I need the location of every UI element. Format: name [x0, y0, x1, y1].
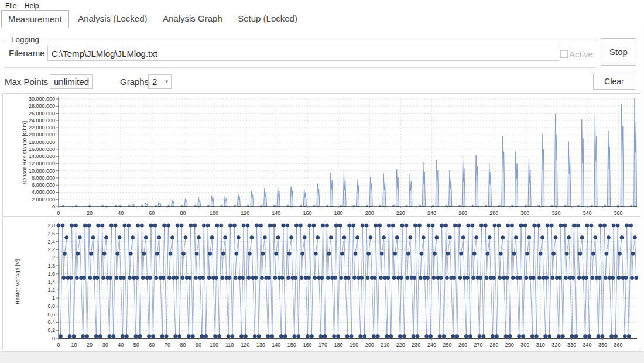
- svg-text:230: 230: [412, 342, 420, 348]
- svg-text:12.000.000: 12.000.000: [29, 160, 55, 166]
- checkbox-icon[interactable]: [560, 50, 568, 58]
- svg-text:160: 160: [303, 210, 311, 216]
- filename-input[interactable]: [47, 46, 559, 61]
- svg-text:24.000.000: 24.000.000: [29, 118, 55, 124]
- svg-text:200: 200: [365, 210, 374, 216]
- svg-text:2,4: 2,4: [47, 239, 55, 245]
- svg-text:30.000.000: 30.000.000: [29, 96, 55, 102]
- svg-text:310: 310: [536, 342, 545, 348]
- svg-text:0,4: 0,4: [47, 319, 55, 325]
- svg-text:320: 320: [551, 342, 560, 348]
- svg-text:140: 140: [272, 210, 280, 216]
- clear-button[interactable]: Clear: [593, 74, 635, 90]
- tab-analysis-graph[interactable]: Analysis Graph: [156, 10, 229, 28]
- svg-text:250: 250: [443, 342, 451, 348]
- svg-text:0: 0: [57, 342, 60, 348]
- graphs-value: 2: [152, 77, 157, 87]
- svg-text:210: 210: [381, 342, 389, 348]
- tab-bar: Measurement Analysis (Locked) Analysis G…: [1, 10, 304, 28]
- svg-text:1,2: 1,2: [47, 287, 55, 293]
- svg-text:70: 70: [165, 342, 170, 348]
- svg-text:8.000.000: 8.000.000: [32, 175, 55, 181]
- svg-text:0: 0: [52, 335, 55, 341]
- svg-text:300: 300: [520, 342, 529, 348]
- svg-text:2.000.000: 2.000.000: [32, 197, 55, 203]
- svg-text:1,6: 1,6: [47, 271, 55, 277]
- tab-analysis-locked[interactable]: Analysis (Locked): [71, 10, 153, 28]
- svg-text:110: 110: [225, 342, 234, 348]
- svg-text:40: 40: [118, 342, 124, 348]
- svg-text:360: 360: [614, 342, 623, 348]
- svg-text:10.000.000: 10.000.000: [29, 168, 55, 174]
- svg-text:350: 350: [598, 342, 607, 348]
- svg-text:220: 220: [396, 342, 405, 348]
- svg-text:260: 260: [458, 342, 467, 348]
- menu-file[interactable]: File: [5, 2, 16, 10]
- svg-text:320: 320: [551, 210, 560, 216]
- svg-text:120: 120: [241, 342, 249, 348]
- chevron-down-icon: ▾: [86, 75, 89, 88]
- max-points-label: Max Points: [5, 77, 48, 87]
- svg-text:30: 30: [102, 342, 108, 348]
- svg-text:360: 360: [614, 210, 623, 216]
- svg-text:80: 80: [180, 210, 186, 216]
- svg-text:100: 100: [210, 210, 218, 216]
- svg-text:280: 280: [489, 210, 498, 216]
- tab-setup-locked[interactable]: Setup (Locked): [231, 10, 304, 28]
- svg-text:270: 270: [474, 342, 483, 348]
- svg-text:140: 140: [272, 342, 280, 348]
- svg-text:20: 20: [87, 342, 93, 348]
- svg-text:160: 160: [303, 342, 311, 348]
- svg-text:80: 80: [180, 342, 186, 348]
- svg-text:240: 240: [427, 210, 436, 216]
- svg-text:40: 40: [118, 210, 124, 216]
- svg-text:4.000.000: 4.000.000: [32, 189, 55, 195]
- menu-bar: File Help: [0, 0, 644, 10]
- svg-text:0,2: 0,2: [47, 327, 55, 333]
- svg-text:240: 240: [427, 342, 436, 348]
- svg-text:50: 50: [133, 342, 139, 348]
- svg-text:16.000.000: 16.000.000: [29, 146, 55, 152]
- svg-text:2: 2: [52, 255, 55, 261]
- svg-text:330: 330: [567, 342, 576, 348]
- svg-text:0: 0: [57, 210, 60, 216]
- svg-text:20.000.000: 20.000.000: [29, 132, 55, 138]
- svg-text:180: 180: [334, 210, 343, 216]
- app-window: File Help Measurement Analysis (Locked) …: [0, 0, 644, 363]
- svg-text:14.000.000: 14.000.000: [29, 153, 55, 159]
- svg-text:2,8: 2,8: [47, 222, 55, 228]
- svg-text:18.000.000: 18.000.000: [29, 139, 55, 145]
- svg-text:120: 120: [241, 210, 249, 216]
- heater-voltage-chart: 00,20,40,60,811,21,41,61,822,22,42,62,80…: [2, 218, 640, 350]
- logging-legend: Logging: [9, 35, 42, 44]
- svg-text:1,4: 1,4: [47, 279, 55, 285]
- svg-text:90: 90: [196, 342, 201, 348]
- svg-text:280: 280: [489, 342, 498, 348]
- svg-text:6.000.000: 6.000.000: [32, 182, 55, 188]
- tab-measurement[interactable]: Measurement: [1, 10, 69, 28]
- active-checkbox-label: Active: [569, 49, 593, 59]
- svg-text:60: 60: [149, 342, 155, 348]
- chevron-down-icon: ▾: [165, 75, 168, 88]
- graphs-label: Graphs: [120, 77, 149, 87]
- svg-text:0: 0: [52, 204, 55, 210]
- svg-text:2,2: 2,2: [47, 246, 55, 252]
- logging-groupbox: Logging Filename Active: [4, 40, 597, 68]
- max-points-select[interactable]: unlimited ▾: [50, 74, 93, 89]
- svg-text:Heater Voltage [V]: Heater Voltage [V]: [14, 259, 20, 304]
- svg-text:60: 60: [149, 210, 155, 216]
- svg-text:130: 130: [256, 342, 265, 348]
- svg-text:340: 340: [583, 210, 591, 216]
- menu-help[interactable]: Help: [25, 2, 39, 10]
- svg-text:2,6: 2,6: [47, 231, 55, 237]
- svg-text:170: 170: [318, 342, 327, 348]
- svg-text:Sensor Resistance [Ohm]: Sensor Resistance [Ohm]: [21, 121, 28, 184]
- active-checkbox[interactable]: Active: [560, 49, 593, 59]
- stop-button[interactable]: Stop: [601, 38, 636, 66]
- svg-text:0,8: 0,8: [47, 303, 55, 309]
- filename-label: Filename: [9, 48, 45, 58]
- svg-text:0,6: 0,6: [47, 311, 55, 317]
- svg-text:1,8: 1,8: [47, 263, 55, 269]
- graphs-select[interactable]: 2 ▾: [148, 74, 172, 89]
- svg-text:1: 1: [52, 295, 55, 301]
